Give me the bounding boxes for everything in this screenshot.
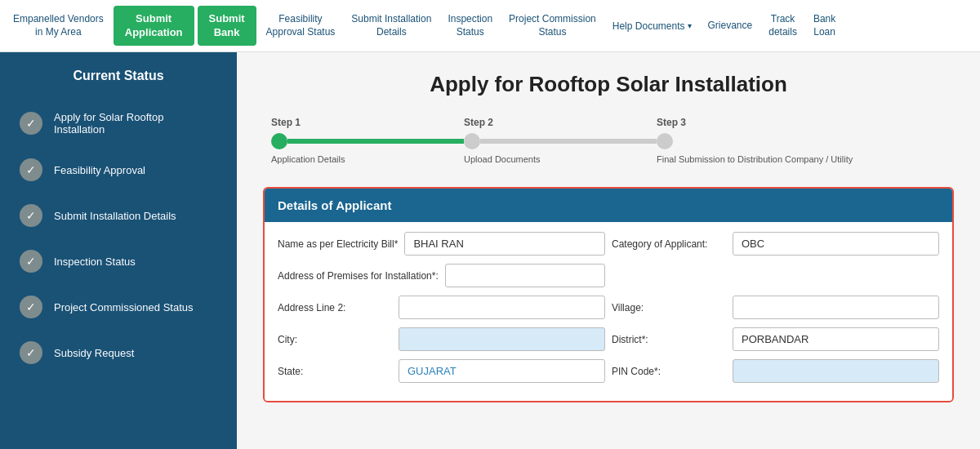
form-body: Name as per Electricity Bill* Category o… — [265, 222, 952, 401]
sidebar-label-subsidy: Subsidy Request — [54, 347, 134, 359]
address1-label: Address of Premises for Installation*: — [278, 270, 439, 282]
sidebar-item-subsidy[interactable]: ✓ Subsidy Request — [0, 330, 237, 376]
sidebar-item-feasibility[interactable]: ✓ Feasibility Approval — [0, 147, 237, 193]
stepper: Step 1 Application Details Step 2 Upload… — [263, 117, 954, 164]
sidebar-check-submit-installation: ✓ — [20, 204, 42, 227]
sidebar-item-apply-solar[interactable]: ✓ Apply for Solar Rooftop Installation — [0, 100, 237, 147]
state-label: State: — [278, 366, 392, 377]
district-input[interactable] — [733, 327, 939, 351]
sidebar: Current Status ✓ Apply for Solar Rooftop… — [0, 52, 237, 449]
address1-input[interactable] — [445, 264, 605, 287]
step-1-sub: Application Details — [271, 154, 345, 164]
form-row-3: Address Line 2: Village: — [278, 296, 939, 319]
form-group-address1: Address of Premises for Installation*: — [278, 264, 605, 287]
step-2-sub: Upload Documents — [464, 154, 541, 164]
applicant-details-card: Details of Applicant Name as per Electri… — [263, 187, 954, 402]
sidebar-label-feasibility: Feasibility Approval — [54, 164, 145, 176]
sidebar-item-project-commissioned[interactable]: ✓ Project Commissioned Status — [0, 284, 237, 330]
navbar: Empanelled Vendors in My Area Submit App… — [0, 0, 980, 52]
step-3-circle — [657, 133, 673, 149]
form-group-name: Name as per Electricity Bill* — [278, 232, 605, 256]
content-area: Apply for Rooftop Solar Installation Ste… — [237, 52, 980, 449]
step-1-circle — [271, 133, 287, 149]
form-group-pincode: PIN Code*: — [612, 359, 939, 383]
step-2-col: Step 2 Upload Documents — [464, 117, 657, 164]
nav-bank-loan[interactable]: Bank Loan — [807, 10, 842, 42]
form-group-city: City: — [278, 327, 605, 351]
form-group-village: Village: — [612, 296, 939, 319]
category-label: Category of Applicant: — [612, 238, 726, 250]
pincode-label: PIN Code*: — [612, 366, 726, 377]
step-2-circle — [464, 133, 480, 149]
sidebar-item-inspection[interactable]: ✓ Inspection Status — [0, 238, 237, 284]
sidebar-check-subsidy: ✓ — [20, 341, 42, 364]
step-3-label: Step 3 — [657, 117, 686, 128]
address2-label: Address Line 2: — [278, 302, 392, 313]
nav-submit-bank-button[interactable]: Submit Bank — [198, 6, 256, 47]
form-row-1: Name as per Electricity Bill* Category o… — [278, 232, 939, 256]
nav-submit-application-button[interactable]: Submit Application — [114, 6, 194, 47]
sidebar-check-apply-solar: ✓ — [20, 112, 42, 135]
address2-input[interactable] — [399, 296, 605, 319]
category-input[interactable] — [733, 232, 939, 256]
sidebar-label-project-commissioned: Project Commissioned Status — [54, 301, 194, 313]
sidebar-label-submit-installation: Submit Installation Details — [54, 210, 176, 222]
form-group-address2: Address Line 2: — [278, 296, 605, 319]
name-label: Name as per Electricity Bill* — [278, 238, 398, 250]
sidebar-label-apply-solar: Apply for Solar Rooftop Installation — [54, 111, 217, 136]
step-3-sub: Final Submission to Distribution Company… — [657, 154, 853, 164]
form-group-category: Category of Applicant: — [612, 232, 939, 256]
form-row-5: State: PIN Code*: — [278, 359, 939, 383]
form-row-2: Address of Premises for Installation*: — [278, 264, 939, 287]
village-label: Village: — [612, 302, 726, 313]
step-3-col: Step 3 Final Submission to Distribution … — [657, 117, 946, 164]
form-group-district: District*: — [612, 327, 939, 351]
pincode-input[interactable] — [733, 359, 939, 383]
village-input[interactable] — [733, 296, 939, 319]
nav-submit-installation[interactable]: Submit Installation Details — [345, 10, 438, 42]
nav-feasibility-approval[interactable]: Feasibility Approval Status — [260, 10, 342, 42]
step-2-line — [480, 139, 657, 144]
sidebar-label-inspection: Inspection Status — [54, 256, 136, 268]
form-group-state: State: — [278, 359, 605, 383]
form-card-header: Details of Applicant — [265, 189, 952, 222]
nav-help-documents[interactable]: Help Documents ▾ — [606, 17, 698, 35]
page-title: Apply for Rooftop Solar Installation — [263, 72, 954, 97]
nav-track-details[interactable]: Track details — [762, 10, 804, 42]
sidebar-check-inspection: ✓ — [20, 250, 42, 273]
form-row-4: City: District*: — [278, 327, 939, 351]
nav-project-commission[interactable]: Project Commission Status — [502, 10, 603, 42]
city-input[interactable] — [399, 327, 605, 351]
nav-grievance[interactable]: Grievance — [702, 16, 760, 36]
district-label: District*: — [612, 334, 726, 345]
step-2-label: Step 2 — [464, 117, 493, 128]
sidebar-check-project-commissioned: ✓ — [20, 296, 42, 318]
main-layout: Current Status ✓ Apply for Solar Rooftop… — [0, 52, 980, 449]
sidebar-check-feasibility: ✓ — [20, 158, 42, 181]
step-1-line — [287, 139, 464, 144]
step-1-label: Step 1 — [271, 117, 301, 128]
sidebar-title: Current Status — [0, 69, 237, 83]
nav-empanelled-vendors[interactable]: Empanelled Vendors in My Area — [7, 10, 110, 42]
city-label: City: — [278, 334, 392, 345]
nav-help-documents-label: Help Documents — [612, 20, 685, 32]
sidebar-item-submit-installation[interactable]: ✓ Submit Installation Details — [0, 193, 237, 238]
step-1-col: Step 1 Application Details — [271, 117, 464, 164]
name-input[interactable] — [404, 232, 605, 256]
chevron-down-icon: ▾ — [688, 21, 692, 30]
state-input[interactable] — [399, 359, 605, 383]
nav-inspection-status[interactable]: Inspection Status — [441, 10, 499, 42]
